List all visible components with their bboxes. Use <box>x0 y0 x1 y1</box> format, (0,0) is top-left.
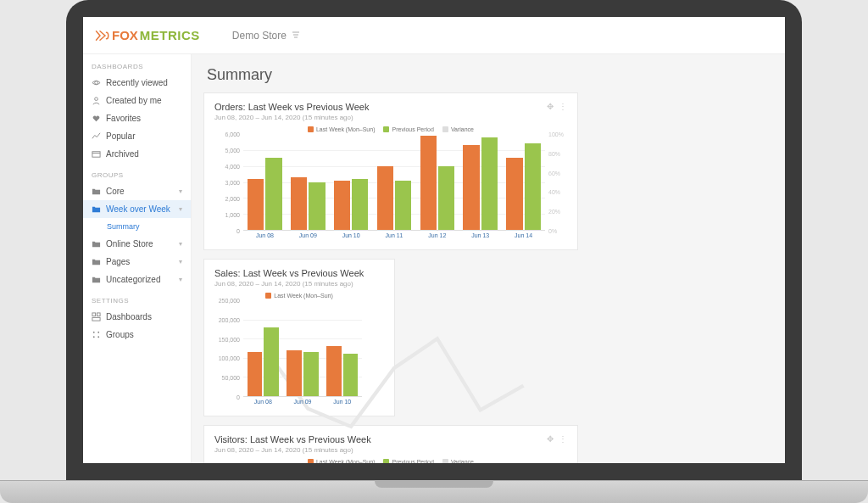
sidebar-item-pages[interactable]: Pages▾ <box>83 253 191 271</box>
x-axis: Jun 08Jun 09Jun 10Jun 11Jun 12Jun 13Jun … <box>243 232 545 244</box>
bar-last-week-mon-sun-[interactable] <box>420 136 437 230</box>
bar-group <box>459 134 502 230</box>
x-tick: Jun 10 <box>322 399 362 411</box>
y-tick: 0 <box>236 228 240 234</box>
more-icon[interactable]: ⋮ <box>559 434 567 444</box>
sidebar-item-popular[interactable]: Popular <box>83 127 191 145</box>
bar-group <box>243 300 283 396</box>
bar-previous-period[interactable] <box>438 166 454 230</box>
archive-icon <box>92 149 101 159</box>
bar-last-week-mon-sun-[interactable] <box>326 346 342 396</box>
sidebar-item-archived[interactable]: Archived <box>83 145 191 163</box>
chart-legend: Last Week (Mon–Sun)Previous PeriodVarian… <box>214 459 567 463</box>
bar-last-week-mon-sun-[interactable] <box>291 177 307 230</box>
sidebar-item-uncategorized[interactable]: Uncategorized▾ <box>83 271 191 288</box>
sidebar-item-label: Online Store <box>106 239 153 249</box>
card-visitors: Visitors: Last Week vs Previous WeekJun … <box>203 425 578 463</box>
bar-last-week-mon-sun-[interactable] <box>248 179 264 230</box>
bar-last-week-mon-sun-[interactable] <box>463 145 479 230</box>
sidebar-item-label: Groups <box>106 330 134 339</box>
x-tick: Jun 09 <box>283 399 323 411</box>
bar-previous-period[interactable] <box>352 179 368 230</box>
svg-rect-3 <box>92 313 96 316</box>
bar-last-week-mon-sun-[interactable] <box>506 158 522 230</box>
card-date-range: Jun 08, 2020 – Jun 14, 2020 (15 minutes … <box>214 114 547 121</box>
dash-icon <box>92 312 101 321</box>
grid-icon <box>92 330 101 339</box>
heart-icon <box>92 114 101 123</box>
bar-group <box>415 134 459 230</box>
sidebar-item-label: Created by me <box>106 96 162 105</box>
folder-icon <box>92 187 101 196</box>
move-icon[interactable]: ✥ <box>547 102 554 111</box>
bar-previous-period[interactable] <box>343 354 359 396</box>
y-tick: 100,000 <box>219 355 240 361</box>
x-tick: Jun 08 <box>243 232 287 244</box>
chevron-down-icon: ▾ <box>179 205 182 213</box>
sidebar-item-label: Recently viewed <box>106 78 168 87</box>
fox-icon <box>95 30 110 42</box>
bar-previous-period[interactable] <box>481 137 498 230</box>
y-tick: 1,000 <box>225 212 240 218</box>
bar-previous-period[interactable] <box>309 182 325 231</box>
y-tick: 200,000 <box>219 316 240 322</box>
chevron-down-icon: ▾ <box>179 240 182 248</box>
bar-previous-period[interactable] <box>395 181 411 230</box>
sidebar-subitem-summary[interactable]: Summary <box>83 218 191 235</box>
svg-rect-4 <box>97 313 100 316</box>
bar-last-week-mon-sun-[interactable] <box>334 181 350 230</box>
brand-logo[interactable]: FOXMETRICS <box>95 28 200 42</box>
sidebar: DASHBOARDS Recently viewedCreated by meF… <box>83 54 192 463</box>
bar-last-week-mon-sun-[interactable] <box>248 352 263 396</box>
laptop-bezel: FOXMETRICS Demo Store DASHBOARDS Recentl… <box>66 0 802 480</box>
y2-axis: 100%80%60%40%20%0% <box>545 134 567 231</box>
bar-group <box>330 134 373 230</box>
bar-group <box>322 300 362 396</box>
folder-icon <box>92 257 101 266</box>
sidebar-item-online-store[interactable]: Online Store▾ <box>83 235 191 253</box>
bar-previous-period[interactable] <box>264 327 279 396</box>
card-title: Visitors: Last Week vs Previous Week <box>214 434 547 444</box>
bar-previous-period[interactable] <box>265 158 281 230</box>
page-title: Summary <box>192 54 785 92</box>
x-tick: Jun 08 <box>243 399 283 411</box>
bar-last-week-mon-sun-[interactable] <box>287 350 302 396</box>
sidebar-item-favorites[interactable]: Favorites <box>83 109 191 127</box>
x-tick: Jun 09 <box>287 232 330 244</box>
move-icon[interactable]: ✥ <box>547 434 554 444</box>
laptop-mockup: FOXMETRICS Demo Store DASHBOARDS Recentl… <box>0 0 868 503</box>
app-body: DASHBOARDS Recently viewedCreated by meF… <box>83 54 785 463</box>
y-tick: 4,000 <box>225 163 240 169</box>
app-header: FOXMETRICS Demo Store <box>83 17 785 54</box>
logo-text-metrics: METRICS <box>140 28 200 42</box>
store-selector[interactable]: Demo Store <box>232 30 300 42</box>
sidebar-item-week-over-week[interactable]: Week over Week▾ <box>83 200 191 218</box>
card-title: Orders: Last Week vs Previous Week <box>214 102 547 112</box>
sidebar-item-dashboards[interactable]: Dashboards <box>83 308 191 326</box>
sidebar-item-created-by-me[interactable]: Created by me <box>83 92 191 109</box>
card-sales: Sales: Last Week vs Previous WeekJun 08,… <box>203 259 395 416</box>
more-icon[interactable]: ⋮ <box>559 102 567 111</box>
bar-group <box>502 134 545 230</box>
y2-tick: 80% <box>548 150 560 156</box>
bar-previous-period[interactable] <box>525 143 541 230</box>
bar-last-week-mon-sun-[interactable] <box>377 166 393 230</box>
bar-group <box>373 134 416 230</box>
bar-previous-period[interactable] <box>303 352 319 396</box>
y-axis: 250,000200,000150,000100,00050,0000 <box>214 300 243 397</box>
y-tick: 3,000 <box>225 180 240 186</box>
app-screen: FOXMETRICS Demo Store DASHBOARDS Recentl… <box>83 17 785 463</box>
sidebar-item-core[interactable]: Core▾ <box>83 182 191 200</box>
bar-group <box>283 300 323 396</box>
svg-point-0 <box>95 81 98 85</box>
sidebar-item-recently-viewed[interactable]: Recently viewed <box>83 74 191 92</box>
x-tick: Jun 13 <box>459 232 502 244</box>
sidebar-section-settings: SETTINGS <box>83 288 191 308</box>
sidebar-item-label: Popular <box>106 131 135 141</box>
chevron-down-icon: ▾ <box>179 258 182 265</box>
store-name: Demo Store <box>232 30 287 42</box>
chart-legend: Last Week (Mon–Sun)Previous PeriodVarian… <box>214 126 567 132</box>
sidebar-item-label: Pages <box>106 257 130 266</box>
y2-tick: 20% <box>548 209 560 215</box>
sidebar-item-groups[interactable]: Groups <box>83 326 191 344</box>
